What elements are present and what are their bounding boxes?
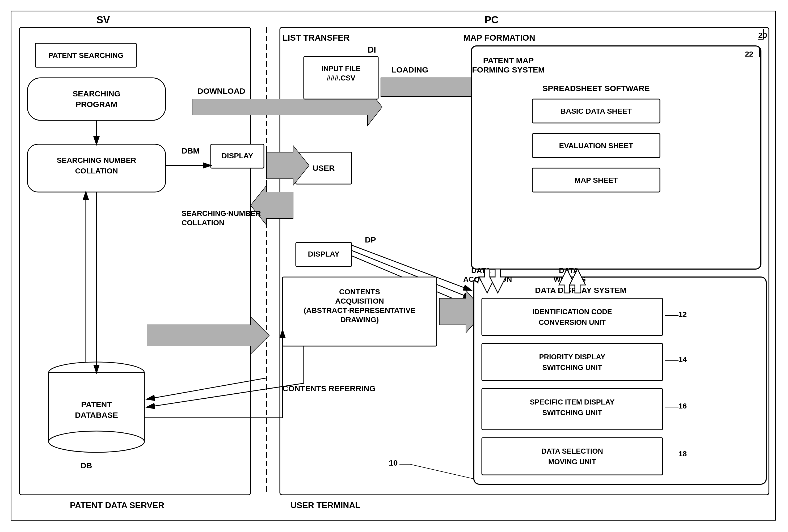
snc-label: SEARCHING·NUMBER (181, 209, 261, 218)
ca-box3: (ABSTRACT·REPRESENTATIVE (304, 306, 416, 314)
db-to-ca-arrow (147, 317, 269, 354)
input-file-box: INPUT FILE (321, 65, 361, 73)
ca-box4: DRAWING) (340, 315, 379, 324)
sidsu-box2: SWITCHING UNIT (543, 409, 602, 417)
patent-searching-box: PATENT SEARCHING (48, 51, 123, 60)
patent-data-server-label: PATENT DATA SERVER (70, 500, 164, 510)
dp-label: DP (365, 235, 376, 244)
dbm-label: DBM (181, 146, 200, 155)
svg-rect-14 (27, 78, 165, 120)
iccu-box2: CONVERSION UNIT (539, 319, 606, 326)
pdsu-box2: SWITCHING UNIT (543, 364, 602, 372)
loading-label: LOADING (392, 65, 428, 74)
contents-referring-label: CONTENTS REFERRING (282, 384, 376, 393)
db-label: DB (80, 461, 92, 470)
snc-box2: COLLATION (75, 167, 118, 175)
input-file-box2: ###.CSV (327, 74, 355, 82)
evaluation-sheet-box: EVALUATION SHEET (559, 142, 633, 150)
db-box2: DATABASE (75, 411, 118, 420)
sidsu-box: SPECIFIC ITEM DISPLAY (530, 398, 615, 406)
svg-rect-33 (482, 343, 663, 381)
dds-title: DATA DISPLAY SYSTEM (535, 286, 627, 294)
ref-20: 20 (758, 31, 767, 40)
ref-16: 16 (678, 402, 687, 410)
di-label: DI (368, 45, 376, 55)
map-sheet-box: MAP SHEET (575, 176, 618, 184)
ca-box: CONTENTS (339, 288, 380, 296)
user-terminal-label: USER TERMINAL (291, 500, 360, 510)
db-bottom (48, 431, 144, 452)
pc-label: PC (485, 14, 498, 25)
dsmu-box: DATA SELECTION (541, 447, 603, 455)
svg-rect-37 (482, 438, 663, 475)
user-to-snc-arrow (251, 185, 293, 225)
sv-label: SV (97, 14, 110, 25)
searching-program-box: SEARCHING (73, 89, 120, 98)
svg-rect-31 (482, 298, 663, 335)
display-box2: DISPLAY (308, 250, 340, 258)
pmfs-title2: FORMING SYSTEM (472, 65, 545, 74)
main-diagram: SV PC LIST TRANSFER DI MAP FORMATION 20 … (11, 11, 776, 520)
display-box1: DISPLAY (222, 152, 253, 160)
list-transfer-label: LIST TRANSFER (282, 33, 350, 42)
user-box: USER (313, 164, 335, 172)
diagram-svg: SV PC LIST TRANSFER DI MAP FORMATION 20 … (12, 12, 775, 520)
pmfs-title: PATENT MAP (483, 56, 534, 65)
iccu-box: IDENTIFICATION CODE (532, 308, 612, 316)
snc-box: SEARCHING NUMBER (57, 156, 136, 164)
snc-label2: COLLATION (181, 219, 224, 227)
map-formation-label: MAP FORMATION (463, 33, 535, 42)
download-label: DOWNLOAD (197, 87, 245, 95)
ref-10: 10 (389, 458, 398, 467)
ca-box2: ACQUISITION (335, 297, 384, 305)
ref-14: 14 (678, 355, 687, 364)
spreadsheet-label: SPREADSHEET SOFTWARE (543, 84, 650, 93)
ca-to-db-arrow (147, 378, 267, 399)
dsmu-box2: MOVING UNIT (548, 458, 596, 466)
basic-data-sheet-box: BASIC DATA SHEET (560, 107, 632, 115)
searching-program-box2: PROGRAM (76, 100, 117, 109)
pdsu-box: PRIORITY DISPLAY (539, 353, 605, 361)
svg-line-41 (410, 464, 474, 479)
ref-12: 12 (678, 310, 687, 319)
ref-18: 18 (678, 450, 687, 458)
db-box: PATENT (81, 400, 112, 409)
